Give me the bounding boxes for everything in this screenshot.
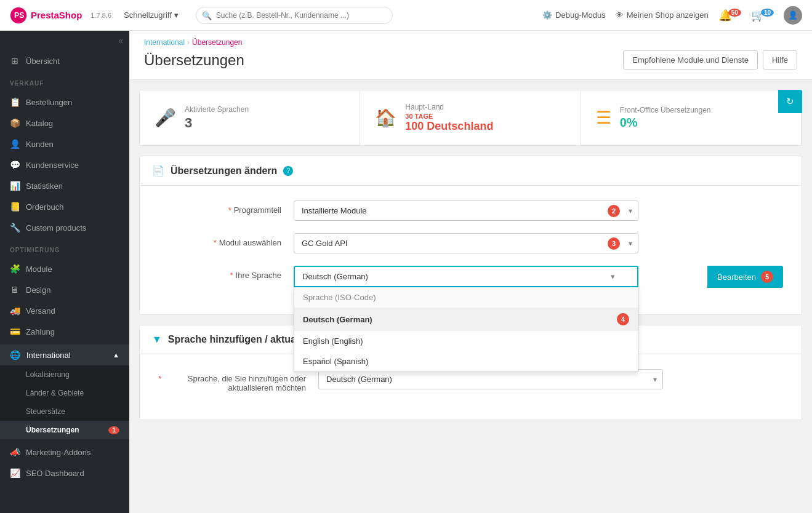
modul-select[interactable]: GC Gold APIModule 1Module 2: [294, 233, 638, 253]
section1-help-btn[interactable]: ?: [283, 166, 293, 176]
stats-country: 🏠 Haupt-Land 30 TAGE 100 Deutschland: [360, 90, 581, 145]
required-star: *: [228, 205, 231, 215]
sidebar-item-module[interactable]: 🧩 Module: [0, 258, 129, 279]
debug-mode-btn[interactable]: ⚙️ Debug-Modus: [542, 10, 606, 20]
lang-option-spanish[interactable]: Español (Spanish): [294, 351, 638, 372]
sprache-dropdown-container: Deutsch (German) ▾ Sprache (ISO-Code) De…: [294, 266, 638, 287]
refresh-btn[interactable]: ↻: [778, 90, 802, 113]
programmteil-select[interactable]: Installierte ModuleFront-OfficeBack-Offi…: [294, 201, 638, 221]
design-icon: 🖥: [10, 285, 20, 295]
sidebar-item-label: Steuersätze: [26, 407, 65, 416]
lang-option-deutsch[interactable]: Deutsch (German) 4: [294, 308, 638, 331]
search-bar: 🔍: [196, 7, 393, 24]
sidebar-item-label: Statistiken: [26, 181, 63, 191]
modul-select-container: GC Gold APIModule 1Module 2 ▾: [294, 233, 638, 253]
sidebar-item-orderbuch[interactable]: 📒 Orderbuch: [0, 196, 129, 217]
form-row-sprache2: * Sprache, die Sie hinzufügen oder aktua…: [158, 369, 783, 392]
sprache-select-box[interactable]: Deutsch (German) ▾: [294, 266, 638, 287]
sidebar-item-seo-dashboard[interactable]: 📈 SEO Dashboard: [0, 463, 129, 483]
stats-languages: 🎤 Aktivierte Sprachen 3: [140, 90, 360, 145]
sprache-control: Deutsch (German) ▾ Sprache (ISO-Code) De…: [294, 266, 638, 287]
bearbeiten-label: Bearbeiten: [717, 272, 756, 282]
sidebar-item-zahlung[interactable]: 💳 Zahlung: [0, 321, 129, 342]
form-row-sprache: * Ihre Sprache Deutsch (German) ▾ Sprach…: [158, 266, 783, 287]
sidebar-item-label: Versand: [26, 306, 55, 316]
required-star: *: [230, 271, 233, 280]
eye-icon: 👁: [616, 10, 624, 20]
stats-frontoffice-value: 0%: [620, 116, 711, 130]
sidebar-item-overview[interactable]: ⊞ Übersicht: [0, 50, 129, 71]
breadcrumb-separator: ›: [187, 38, 190, 47]
sidebar-item-katalog[interactable]: 📦 Katalog: [0, 113, 129, 133]
sidebar-item-kunden[interactable]: 👤 Kunden: [0, 133, 129, 154]
sidebar-item-label: Kundenservice: [26, 161, 79, 170]
view-shop-btn[interactable]: 👁 Meinen Shop anzeigen: [616, 10, 709, 20]
sidebar-item-versand[interactable]: 🚚 Versand: [0, 300, 129, 321]
sidebar-item-label: Marketing-Addons: [26, 448, 91, 457]
empfohlene-module-btn[interactable]: Empfohlene Module und Dienste: [623, 50, 758, 70]
lang-option-badge: 4: [617, 313, 629, 325]
form-row-modul: * Modul auswählen GC Gold APIModule 1Mod…: [158, 233, 783, 253]
sprache-label: * Ihre Sprache: [158, 266, 294, 280]
sidebar-item-label: Orderbuch: [26, 202, 63, 212]
cart-badge: 10: [761, 9, 774, 17]
modul-select-wrapper: GC Gold APIModule 1Module 2 ▾ 3: [294, 233, 638, 253]
app-name: PrestaShop: [31, 10, 82, 20]
sidebar-item-steuersaetze[interactable]: Steuersätze: [0, 402, 129, 421]
sidebar-item-design[interactable]: 🖥 Design: [0, 279, 129, 300]
sidebar-item-statistiken[interactable]: 📊 Statistiken: [0, 175, 129, 196]
avatar[interactable]: 👤: [784, 6, 802, 25]
search-input[interactable]: [196, 7, 393, 24]
sidebar-item-label: Bestellungen: [26, 98, 72, 107]
logo[interactable]: PS PrestaShop: [10, 7, 82, 24]
sprache-dropdown-list: Sprache (ISO-Code) Deutsch (German) 4 En…: [294, 287, 638, 372]
globe-icon: 🌐: [10, 350, 20, 360]
sidebar-item-custom-products[interactable]: 🔧 Custom products: [0, 217, 129, 238]
lang-option-header: Sprache (ISO-Code): [294, 287, 638, 308]
lang-option-english[interactable]: English (English): [294, 331, 638, 351]
sidebar-item-label: Zahlung: [26, 327, 55, 336]
seo-icon: 📈: [10, 468, 20, 478]
wrench-icon: 🔧: [10, 223, 20, 233]
person-icon: 👤: [788, 10, 798, 20]
lang-option-text: Deutsch (German): [303, 315, 372, 324]
bell-badge: 50: [728, 9, 741, 17]
sidebar-item-label: Übersetzungen: [26, 426, 79, 434]
sidebar-item-international[interactable]: 🌐 International ▲: [0, 344, 129, 365]
sidebar-item-label: International: [26, 351, 71, 360]
stats-languages-content: Aktivierte Sprachen 3: [185, 105, 249, 131]
quick-access-menu[interactable]: Schnellzugriff ▾: [124, 10, 179, 20]
modul-label-text: Modul auswählen: [219, 238, 281, 247]
app-version: 1.7.8.6: [90, 12, 111, 19]
page-header: International › Übersetzungen Übersetzun…: [129, 31, 812, 80]
collapse-icon[interactable]: ▼: [152, 334, 162, 345]
sidebar-item-kundenservice[interactable]: 💬 Kundenservice: [0, 154, 129, 175]
search-icon: 🔍: [202, 10, 212, 20]
uebersetzungen-badge: 1: [108, 426, 119, 434]
sprache-label-text: Ihre Sprache: [236, 271, 281, 280]
nav-verkauf: 📋 Bestellungen 📦 Katalog 👤 Kunden 💬 Kund…: [0, 89, 129, 241]
sidebar-item-marketing-addons[interactable]: 📣 Marketing-Addons: [0, 442, 129, 463]
hilfe-btn[interactable]: Hilfe: [763, 50, 797, 70]
programmteil-label-text: Programmteil: [234, 205, 281, 215]
notification-bell[interactable]: 🔔 50: [718, 9, 741, 22]
stats-country-content: Haupt-Land 30 TAGE 100 Deutschland: [405, 103, 493, 133]
home-icon: 🏠: [375, 108, 396, 128]
nav-overview: ⊞ Übersicht: [0, 48, 129, 74]
sidebar-item-uebersetzungen[interactable]: Übersetzungen 1: [0, 421, 129, 439]
sidebar-item-bestellungen[interactable]: 📋 Bestellungen: [0, 92, 129, 113]
sidebar-item-laender-gebiete[interactable]: Länder & Gebiete: [0, 384, 129, 402]
breadcrumb-parent[interactable]: International: [144, 38, 185, 47]
prestashop-logo-icon: PS: [10, 7, 27, 24]
stats-frontoffice-label: Front-Office Übersetzungen: [620, 106, 711, 114]
collapse-sidebar-btn[interactable]: «: [118, 36, 123, 46]
sidebar-item-lokalisierung[interactable]: Lokalisierung: [0, 365, 129, 384]
chevron-up-icon: ▲: [113, 351, 119, 359]
stats-country-value: 100 Deutschland: [405, 120, 493, 133]
cart-icon-btn[interactable]: 🛒 10: [751, 9, 774, 22]
sidebar-item-label: Übersicht: [26, 57, 60, 66]
catalog-icon: 📦: [10, 118, 20, 128]
sidebar-item-label: Design: [26, 285, 50, 295]
bearbeiten-btn[interactable]: Bearbeiten 5: [707, 266, 783, 288]
programmteil-control: Installierte ModuleFront-OfficeBack-Offi…: [294, 201, 638, 221]
